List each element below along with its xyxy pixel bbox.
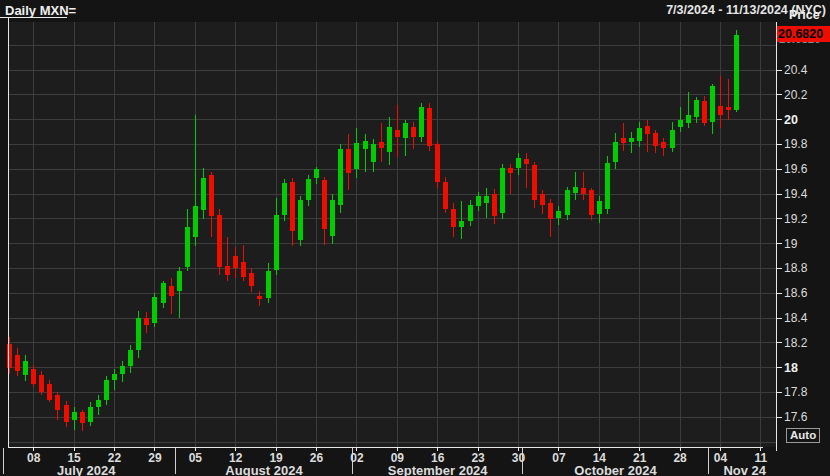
candle-body	[637, 128, 642, 140]
candle-body	[524, 159, 529, 164]
candle-body	[686, 115, 691, 124]
grid-line-vertical	[760, 22, 761, 447]
candle-body	[508, 168, 513, 173]
candle-wick	[365, 134, 366, 171]
candle-body	[152, 297, 157, 323]
candlestick-chart	[0, 0, 830, 476]
candle-body	[589, 190, 594, 215]
candle-body	[330, 200, 335, 236]
bottom-axis-line	[8, 447, 763, 448]
y-axis-label: 19	[784, 237, 797, 251]
candle-body	[193, 206, 198, 237]
candle-body	[346, 149, 351, 173]
candle-body	[282, 183, 287, 215]
grid-line-horizontal	[8, 218, 776, 219]
candle-body	[540, 194, 545, 205]
y-axis-label: 20	[784, 113, 798, 127]
grid-line-horizontal	[8, 169, 776, 170]
candle-body	[136, 318, 141, 350]
grid-line-vertical	[558, 22, 559, 447]
grid-line-vertical	[397, 22, 398, 447]
x-axis-month-label: September 2024	[363, 463, 513, 476]
candle-body	[726, 107, 731, 109]
grid-line-vertical	[478, 22, 479, 447]
candle-body	[419, 107, 424, 137]
candle-body	[403, 123, 408, 138]
candle-body	[443, 182, 448, 209]
candle-body	[128, 350, 133, 366]
candle-body	[702, 101, 707, 123]
candle-body	[96, 400, 101, 407]
candle-body	[427, 108, 432, 145]
candle-body	[266, 271, 271, 298]
grid-line-horizontal	[8, 392, 776, 393]
candle-10-15	[605, 156, 610, 214]
candle-08-08	[217, 209, 222, 275]
candle-body	[217, 215, 222, 267]
grid-line-horizontal	[8, 144, 776, 145]
x-axis-month-label: October 2024	[541, 463, 691, 476]
candle-09-17	[443, 177, 448, 213]
y-axis-label: 17.6	[784, 410, 807, 424]
grid-line-horizontal	[8, 94, 776, 95]
y-tick-mark	[776, 243, 782, 244]
x-axis-month-label: August 2024	[189, 463, 339, 476]
y-tick-mark	[776, 293, 782, 294]
grid-line-horizontal	[8, 70, 776, 71]
x-axis-month-label: Nov 24	[670, 463, 820, 476]
candle-body	[573, 187, 578, 193]
candle-body	[605, 163, 610, 209]
grid-line-vertical	[639, 22, 640, 447]
grid-line-vertical	[154, 22, 155, 447]
grid-line-horizontal	[8, 194, 776, 195]
candle-body	[565, 190, 570, 215]
candle-body	[710, 86, 715, 122]
y-axis-label: 19.6	[784, 162, 807, 176]
candle-body	[177, 271, 182, 291]
candle-wick	[461, 201, 462, 238]
y-axis-label: 19.2	[784, 212, 807, 226]
y-tick-mark	[776, 417, 782, 418]
candle-body	[72, 412, 77, 419]
candle-07-29	[152, 293, 157, 326]
y-tick-mark	[776, 94, 782, 95]
candle-body	[629, 138, 634, 142]
y-tick-mark	[776, 342, 782, 343]
candle-body	[476, 196, 481, 206]
right-axis-line	[776, 22, 777, 451]
candle-body	[120, 366, 125, 373]
candle-body	[322, 180, 327, 228]
candle-body	[55, 395, 60, 410]
auto-scale-button[interactable]: Auto	[786, 428, 820, 443]
candle-body	[718, 106, 723, 115]
grid-line-horizontal	[8, 442, 776, 443]
candle-body	[201, 178, 206, 210]
candle-body	[670, 130, 675, 149]
candle-body	[314, 169, 319, 178]
chart-window: Daily MXN= 7/3/2024 - 11/13/2024 (NYC) P…	[0, 0, 830, 476]
candle-body	[23, 361, 28, 375]
candle-body	[144, 318, 149, 325]
month-separator	[175, 448, 176, 474]
candle-wick	[575, 172, 576, 201]
candle-body	[88, 407, 93, 422]
grid-line-vertical	[235, 22, 236, 447]
candle-08-20	[282, 179, 287, 221]
x-axis-month-label: July 2024	[11, 463, 161, 476]
grid-line-vertical	[74, 22, 75, 447]
candle-body	[161, 283, 166, 303]
candle-body	[363, 141, 368, 150]
candle-08-29	[338, 144, 343, 212]
candle-body	[249, 273, 254, 285]
candle-body	[39, 375, 44, 392]
last-price-badge: 20.6820	[777, 26, 830, 42]
candle-body	[678, 120, 683, 127]
y-tick-mark	[776, 194, 782, 195]
candle-body	[169, 286, 174, 296]
y-tick-mark	[776, 318, 782, 319]
candle-body	[209, 175, 214, 216]
y-axis-label: 18.4	[784, 311, 807, 325]
candle-body	[257, 296, 262, 300]
grid-line-horizontal	[8, 342, 776, 343]
candle-body	[500, 168, 505, 213]
